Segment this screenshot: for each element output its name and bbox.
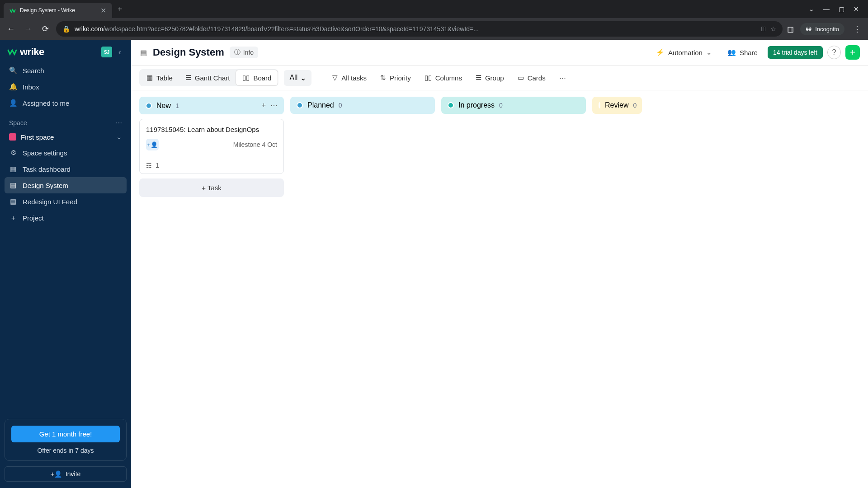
tab-close-icon[interactable]: ✕ (99, 6, 107, 15)
card-milestone: Milestone 4 Oct (233, 141, 277, 148)
column-count: 1 (175, 102, 179, 109)
task-card[interactable]: 1197315045: Learn about DesignOps +👤 Mil… (139, 119, 284, 174)
status-dot-icon (599, 102, 600, 108)
column-count: 0 (499, 102, 503, 109)
space-label: Space (9, 119, 27, 127)
sort-priority[interactable]: ⇅ Priority (375, 71, 416, 84)
cards-button[interactable]: ▭ Cards (512, 71, 551, 84)
column-header-in-progress[interactable]: In progress 0 (441, 97, 586, 114)
help-icon: ? (832, 48, 836, 56)
sidebar-item-task-dashboard[interactable]: ▦ Task dashboard (5, 161, 127, 177)
eye-off-icon[interactable]: 👁̸ (761, 25, 766, 33)
add-assignee-button[interactable]: +👤 (146, 139, 159, 150)
share-button[interactable]: 👥 Share (722, 46, 763, 59)
sidebar-header: wrike SJ ‹ (5, 46, 127, 62)
group-label: Group (485, 74, 504, 82)
promo-cta-button[interactable]: Get 1 month free! (11, 426, 120, 442)
column-menu-button[interactable]: ⋯ (270, 101, 278, 110)
sidebar-item-design-system[interactable]: ▤ Design System (5, 177, 127, 193)
view-all-dropdown[interactable]: All ⌄ (284, 70, 311, 86)
filter-label: All tasks (341, 74, 367, 82)
close-window-icon[interactable]: ✕ (854, 5, 859, 13)
view-table[interactable]: ▦ Table (140, 70, 179, 85)
space-section-header: Space ⋯ (5, 111, 127, 129)
incognito-badge[interactable]: 🕶 Incognito (800, 23, 844, 35)
subtask-icon: ☶ (146, 162, 152, 169)
space-name: First space (21, 133, 54, 141)
column-header-planned[interactable]: Planned 0 (290, 97, 435, 114)
incognito-label: Incognito (815, 26, 839, 33)
column-actions: + ⋯ (262, 101, 278, 110)
view-label: Board (253, 74, 271, 82)
column-add-button[interactable]: + (262, 101, 266, 110)
sidebar-item-redesign-ui-feed[interactable]: ▤ Redesign UI Feed (5, 193, 127, 210)
space-menu-icon[interactable]: ⋯ (116, 119, 122, 127)
column-title: Review (605, 101, 628, 109)
global-add-button[interactable]: + (845, 45, 860, 60)
first-space-item[interactable]: First space ⌄ (5, 129, 127, 145)
new-tab-button[interactable]: + (118, 5, 123, 14)
star-icon[interactable]: ☆ (770, 25, 776, 33)
card-title: 1197315045: Learn about DesignOps (146, 126, 277, 133)
browser-tab[interactable]: Design System - Wrike ✕ (4, 3, 112, 18)
all-label: All (289, 74, 297, 82)
card-footer: ☶ 1 (140, 157, 283, 174)
promo-box: Get 1 month free! Offer ends in 7 days (5, 419, 127, 461)
info-icon: ⓘ (234, 48, 241, 56)
more-menu-button[interactable]: ⋯ (554, 71, 571, 84)
sidebar-item-space-settings[interactable]: ⚙ Space settings (5, 145, 127, 161)
add-task-button[interactable]: + Task (139, 178, 284, 197)
window-controls: ⌄ ― ▢ ✕ (809, 5, 868, 13)
filter-all-tasks[interactable]: ▽ All tasks (327, 71, 372, 84)
view-board[interactable]: ▯▯ Board (236, 70, 278, 85)
wrike-logo[interactable]: wrike (7, 46, 44, 58)
extensions-icon[interactable]: ▥ (787, 25, 794, 33)
browser-menu-icon[interactable]: ⋮ (851, 24, 863, 34)
column-title: Planned (307, 101, 334, 109)
invite-button[interactable]: +👤 Invite (5, 466, 127, 482)
reload-button[interactable]: ⟳ (39, 24, 52, 34)
trial-badge[interactable]: 14 trial days left (768, 46, 823, 59)
sidebar-search[interactable]: 🔍 Search (5, 62, 127, 79)
cards-label: Cards (528, 74, 546, 82)
column-new: New 1 + ⋯ 1197315045: Learn about Design… (139, 97, 284, 482)
automation-button[interactable]: ⚡ Automation ⌄ (651, 46, 717, 59)
page-title: Design System (153, 47, 224, 58)
brand-text: wrike (20, 46, 44, 58)
view-label: Gantt Chart (195, 74, 230, 82)
column-header-review[interactable]: Review 0 (592, 97, 642, 114)
help-button[interactable]: ? (827, 46, 841, 59)
tab-dropdown-icon[interactable]: ⌄ (809, 5, 814, 13)
url-text: wrike.com/workspace.htm?acc=6250782#fold… (75, 25, 757, 33)
info-label: Info (243, 49, 254, 56)
back-button[interactable]: ← (5, 24, 17, 34)
tab-bar: Design System - Wrike ✕ + ⌄ ― ▢ ✕ (0, 0, 868, 18)
view-gantt[interactable]: ☰ Gantt Chart (179, 70, 236, 85)
browser-chrome: Design System - Wrike ✕ + ⌄ ― ▢ ✕ ← → ⟳ … (0, 0, 868, 40)
group-button[interactable]: ☰ Group (470, 71, 509, 84)
url-bar[interactable]: 🔒 wrike.com/workspace.htm?acc=6250782#fo… (56, 21, 783, 37)
sidebar-assigned[interactable]: 👤 Assigned to me (5, 95, 127, 111)
maximize-icon[interactable]: ▢ (839, 5, 844, 13)
toolbar-filters: ▽ All tasks ⇅ Priority ▯▯ Columns ☰ Grou… (327, 71, 571, 84)
bolt-icon: ⚡ (656, 48, 665, 56)
doc-icon: ▤ (9, 181, 17, 189)
forward-button[interactable]: → (22, 24, 34, 34)
chevron-down-icon: ⌄ (706, 48, 712, 56)
invite-label: Invite (66, 470, 80, 478)
minimize-icon[interactable]: ― (823, 5, 830, 13)
sort-label: Priority (390, 74, 411, 82)
sidebar-item-label: Design System (23, 182, 68, 189)
info-button[interactable]: ⓘ Info (230, 47, 258, 58)
card-meta-row: +👤 Milestone 4 Oct (146, 139, 277, 150)
columns-button[interactable]: ▯▯ Columns (419, 71, 467, 84)
sidebar-item-project[interactable]: ＋ Project (5, 210, 127, 226)
share-icon: 👥 (727, 48, 736, 56)
column-header-new[interactable]: New 1 + ⋯ (139, 97, 284, 114)
collapse-sidebar-button[interactable]: ‹ (116, 47, 124, 57)
filter-icon: ▽ (332, 74, 338, 82)
sidebar-inbox[interactable]: 🔔 Inbox (5, 79, 127, 95)
column-in-progress: In progress 0 (441, 97, 586, 482)
bell-icon: 🔔 (9, 83, 17, 91)
user-avatar[interactable]: SJ (101, 47, 112, 57)
